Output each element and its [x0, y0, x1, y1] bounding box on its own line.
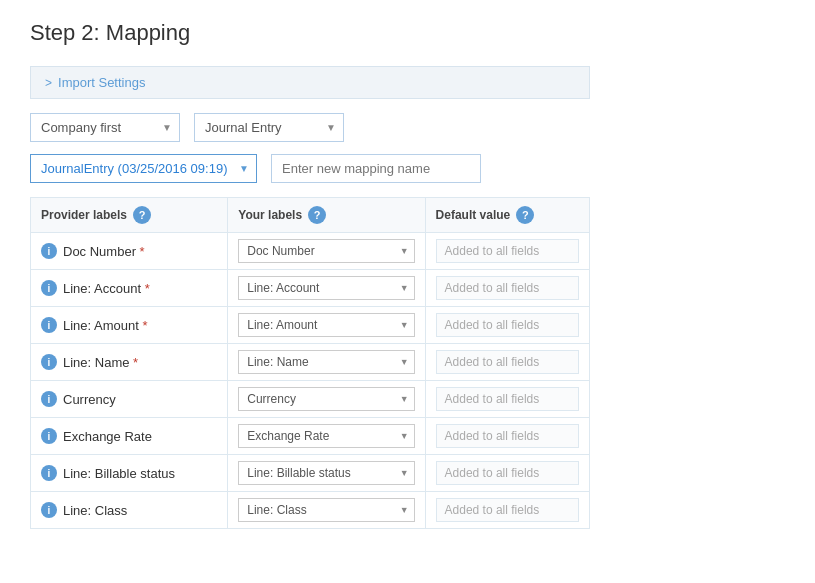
table-row: i Exchange Rate Exchange RateAdded to al…	[31, 418, 590, 455]
your-labels-cell: Currency	[228, 381, 425, 418]
import-settings-bar[interactable]: > Import Settings	[30, 66, 590, 99]
your-label-select-wrapper: Line: Amount	[238, 313, 414, 337]
mapping-table: Provider labels ? Your labels ? Default …	[30, 197, 590, 529]
mapping-select-wrapper: JournalEntry (03/25/2016 09:19)	[30, 154, 257, 183]
provider-label-cell: i Line: Class	[31, 492, 228, 529]
your-label-select[interactable]: Currency	[238, 387, 414, 411]
info-icon: i	[41, 354, 57, 370]
default-value-cell: Added to all fields	[425, 233, 589, 270]
default-value-cell: Added to all fields	[425, 492, 589, 529]
provider-label-text: Doc Number *	[63, 244, 145, 259]
provider-label-text: Currency	[63, 392, 116, 407]
default-value-text: Added to all fields	[436, 239, 579, 263]
company-select[interactable]: Company firstCompany second	[30, 113, 180, 142]
default-value-cell: Added to all fields	[425, 344, 589, 381]
provider-label-cell: i Line: Name *	[31, 344, 228, 381]
your-label-select[interactable]: Line: Amount	[238, 313, 414, 337]
table-row: i Doc Number * Doc NumberAdded to all fi…	[31, 233, 590, 270]
provider-help-icon[interactable]: ?	[133, 206, 151, 224]
your-label-select-wrapper: Line: Class	[238, 498, 414, 522]
your-label-select[interactable]: Exchange Rate	[238, 424, 414, 448]
info-icon: i	[41, 465, 57, 481]
provider-label-cell: i Line: Account *	[31, 270, 228, 307]
provider-label-cell: i Line: Billable status	[31, 455, 228, 492]
type-select[interactable]: Journal EntryInvoiceBill	[194, 113, 344, 142]
th-your-labels: Your labels ?	[228, 198, 425, 233]
provider-label-text: Line: Name *	[63, 355, 138, 370]
provider-label-cell: i Doc Number *	[31, 233, 228, 270]
table-row: i Line: Name * Line: NameAdded to all fi…	[31, 344, 590, 381]
table-header-row: Provider labels ? Your labels ? Default …	[31, 198, 590, 233]
mapping-select[interactable]: JournalEntry (03/25/2016 09:19)	[30, 154, 257, 183]
th-provider-labels: Provider labels ?	[31, 198, 228, 233]
your-labels-cell: Line: Account	[228, 270, 425, 307]
th-your-labels-text: Your labels	[238, 208, 302, 222]
table-row: i Currency CurrencyAdded to all fields	[31, 381, 590, 418]
table-row: i Line: Amount * Line: AmountAdded to al…	[31, 307, 590, 344]
your-label-select-wrapper: Line: Name	[238, 350, 414, 374]
info-icon: i	[41, 428, 57, 444]
page-title: Step 2: Mapping	[30, 20, 785, 46]
type-select-wrapper: Journal EntryInvoiceBill	[194, 113, 344, 142]
th-provider-label-text: Provider labels	[41, 208, 127, 222]
th-default-value: Default value ?	[425, 198, 589, 233]
th-default-value-text: Default value	[436, 208, 511, 222]
top-selects-row: Company firstCompany second Journal Entr…	[30, 113, 785, 142]
info-icon: i	[41, 502, 57, 518]
import-settings-label: Import Settings	[58, 75, 145, 90]
provider-label-text: Line: Account *	[63, 281, 150, 296]
provider-label-text: Exchange Rate	[63, 429, 152, 444]
your-label-select[interactable]: Line: Billable status	[238, 461, 414, 485]
mapping-row: JournalEntry (03/25/2016 09:19)	[30, 154, 785, 183]
provider-label-cell: i Currency	[31, 381, 228, 418]
provider-label-cell: i Line: Amount *	[31, 307, 228, 344]
default-value-text: Added to all fields	[436, 424, 579, 448]
default-value-cell: Added to all fields	[425, 381, 589, 418]
default-value-text: Added to all fields	[436, 313, 579, 337]
default-value-text: Added to all fields	[436, 498, 579, 522]
your-label-select-wrapper: Exchange Rate	[238, 424, 414, 448]
default-value-cell: Added to all fields	[425, 270, 589, 307]
default-value-text: Added to all fields	[436, 350, 579, 374]
import-settings-arrow: >	[45, 76, 52, 90]
provider-label-cell: i Exchange Rate	[31, 418, 228, 455]
company-select-wrapper: Company firstCompany second	[30, 113, 180, 142]
your-labels-cell: Line: Amount	[228, 307, 425, 344]
your-label-select-wrapper: Doc Number	[238, 239, 414, 263]
your-labels-cell: Line: Billable status	[228, 455, 425, 492]
table-row: i Line: Billable status Line: Billable s…	[31, 455, 590, 492]
default-value-text: Added to all fields	[436, 276, 579, 300]
default-value-cell: Added to all fields	[425, 307, 589, 344]
default-value-text: Added to all fields	[436, 461, 579, 485]
your-labels-help-icon[interactable]: ?	[308, 206, 326, 224]
provider-label-text: Line: Billable status	[63, 466, 175, 481]
your-labels-cell: Line: Class	[228, 492, 425, 529]
default-help-icon[interactable]: ?	[516, 206, 534, 224]
table-row: i Line: Class Line: ClassAdded to all fi…	[31, 492, 590, 529]
default-value-cell: Added to all fields	[425, 418, 589, 455]
your-label-select-wrapper: Line: Account	[238, 276, 414, 300]
your-label-select-wrapper: Currency	[238, 387, 414, 411]
your-label-select-wrapper: Line: Billable status	[238, 461, 414, 485]
your-labels-cell: Exchange Rate	[228, 418, 425, 455]
table-row: i Line: Account * Line: AccountAdded to …	[31, 270, 590, 307]
default-value-text: Added to all fields	[436, 387, 579, 411]
your-label-select[interactable]: Line: Account	[238, 276, 414, 300]
default-value-cell: Added to all fields	[425, 455, 589, 492]
provider-label-text: Line: Class	[63, 503, 127, 518]
mapping-name-input[interactable]	[271, 154, 481, 183]
info-icon: i	[41, 280, 57, 296]
info-icon: i	[41, 317, 57, 333]
your-labels-cell: Doc Number	[228, 233, 425, 270]
info-icon: i	[41, 391, 57, 407]
your-labels-cell: Line: Name	[228, 344, 425, 381]
info-icon: i	[41, 243, 57, 259]
your-label-select[interactable]: Line: Class	[238, 498, 414, 522]
your-label-select[interactable]: Doc Number	[238, 239, 414, 263]
your-label-select[interactable]: Line: Name	[238, 350, 414, 374]
provider-label-text: Line: Amount *	[63, 318, 148, 333]
